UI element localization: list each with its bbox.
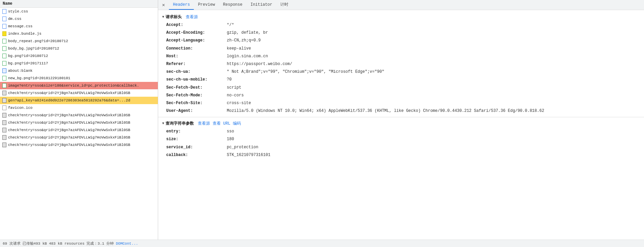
header-value: script (227, 85, 241, 91)
file-name: message.css (8, 24, 33, 28)
file-icon (2, 39, 7, 43)
header-key: sec-ch-ua-mobile: (166, 76, 227, 83)
param-key: callback: (166, 152, 227, 158)
param-value: 180 (227, 136, 234, 143)
list-item[interactable]: dm.css (0, 15, 158, 23)
list-item[interactable]: style.css (0, 8, 158, 15)
list-item[interactable]: check?entry=sso&qrid=2YjBgn7azAFDVLLWig7… (0, 134, 158, 141)
tab-close-button[interactable]: ✕ (159, 0, 168, 10)
tab-initiator[interactable]: Initiator (246, 0, 276, 10)
header-value: no-cors (227, 92, 244, 99)
request-headers-title[interactable]: ▼请求标头查看源 (158, 13, 644, 21)
view-url-link[interactable]: 查看 URL 编码 (213, 121, 241, 126)
header-value: https://passport.weibo.com/ (227, 61, 292, 67)
left-header: Name (0, 0, 158, 8)
file-icon (2, 83, 7, 88)
left-header-label: Name (3, 1, 12, 6)
header-key: User-Agent: (166, 108, 227, 114)
triangle-icon: ▼ (162, 15, 164, 19)
file-name: check?entry=sso&qrid=2YjBgn7azAFDVLLWig7… (8, 121, 130, 125)
transferred-label: 已传输493 kB (23, 241, 47, 246)
file-icon (2, 68, 7, 73)
view-source-link[interactable]: 查看源 (186, 14, 198, 20)
header-key: Sec-Fetch-Mode: (166, 92, 227, 99)
file-name: body_repeat.png?id=20180712 (8, 39, 68, 43)
header-value: ?0 (227, 76, 231, 83)
list-item[interactable]: check?entry=sso&qrid=2YjBgn7azAFDVLLWig7… (0, 119, 158, 126)
tab-response-label: Response (223, 2, 243, 7)
tab-headers[interactable]: Headers (169, 0, 194, 10)
file-name: about:blank (8, 69, 33, 73)
param-value: STK_16210797316101 (227, 152, 271, 158)
tab-timing[interactable]: 计时 (276, 0, 292, 10)
file-icon (2, 105, 7, 110)
left-panel: Name style.cssdm.cssmessage.cssindex.bun… (0, 0, 158, 240)
query-params-title[interactable]: ▼查询字符串参数查看源查看 URL 编码 (158, 119, 644, 128)
query-params-section: ▼查询字符串参数查看源查看 URL 编码entry: ssosize: 180s… (158, 119, 644, 159)
file-name: style.css (8, 9, 28, 13)
header-value: zh-CN,zh;q=0.9 (227, 37, 261, 44)
header-row: User-Agent: Mozilla/5.0 (Windows NT 10.0… (158, 107, 644, 115)
file-icon (2, 17, 7, 21)
domcont-link[interactable]: DOMCont... (116, 242, 138, 246)
list-item[interactable]: index.bundle.js (0, 30, 158, 37)
list-item[interactable]: body_repeat.png?id=20180712 (0, 37, 158, 45)
tab-initiator-label: Initiator (250, 2, 272, 7)
section-title-label: 查询字符串参数 (166, 121, 194, 126)
right-panel: ✕ Headers Preview Response Initiator 计时 … (158, 0, 644, 240)
file-name: gen?api_key=a0241ed0d922e7286303ea581829… (8, 98, 130, 102)
header-key: Referer: (166, 61, 227, 67)
header-value: cross-site (227, 100, 251, 106)
header-value: login.sina.com.cn (227, 53, 268, 60)
list-item[interactable]: about:blank (0, 67, 158, 74)
resources-label: 483 kB resources (49, 242, 84, 246)
tab-timing-label: 计时 (280, 2, 288, 7)
header-row: Sec-Fetch-Mode: no-cors (158, 92, 644, 99)
param-key: entry: (166, 128, 227, 135)
view-source-link[interactable]: 查看源 (198, 121, 210, 126)
list-item[interactable]: image?entry=sso&size=180&service_id=pc_p… (0, 82, 158, 89)
file-icon (2, 54, 7, 58)
file-name: bg.png?id=20180712 (8, 54, 48, 58)
file-icon (2, 135, 7, 140)
param-row: size: 180 (158, 135, 644, 143)
param-key: service_id: (166, 144, 227, 151)
header-key: Accept: (166, 22, 227, 28)
list-item[interactable]: favicon.ico (0, 104, 158, 112)
list-item[interactable]: message.css (0, 23, 158, 30)
file-list: style.cssdm.cssmessage.cssindex.bundle.j… (0, 8, 158, 240)
header-value: keep-alive (227, 45, 251, 52)
header-row: sec-ch-ua: " Not A;Brand";v="99", "Chrom… (158, 68, 644, 76)
tab-headers-label: Headers (173, 2, 190, 7)
list-item[interactable]: check?entry=sso&qrid=2YjBgn7azAFDVLLWig7… (0, 126, 158, 134)
header-row: Host: login.sina.com.cn (158, 53, 644, 60)
file-icon (2, 120, 7, 125)
header-row: Accept: */* (158, 21, 644, 29)
file-name: favicon.ico (8, 106, 33, 110)
file-icon (2, 113, 7, 118)
file-name: check?entry=sso&qrid=2YjBgn7azAFDVLLWig7… (8, 135, 130, 140)
file-name: image?entry=sso&size=180&service_id=pc_p… (8, 84, 139, 88)
header-row: Accept-Encoding: gzip, deflate, br (158, 29, 644, 37)
header-value: */* (227, 22, 234, 28)
tabs-bar: ✕ Headers Preview Response Initiator 计时 (158, 0, 644, 10)
header-key: Sec-Fetch-Site: (166, 100, 227, 106)
param-key: size: (166, 136, 227, 143)
file-icon (2, 76, 7, 81)
main-container: Name style.cssdm.cssmessage.cssindex.bun… (0, 0, 644, 240)
header-key: Host: (166, 53, 227, 60)
list-item[interactable]: gen?api_key=a0241ed0d922e7286303ea581829… (0, 97, 158, 104)
file-name: bg.png?id=20171117 (8, 61, 48, 65)
list-item[interactable]: bg.png?id=20180712 (0, 52, 158, 60)
tab-response[interactable]: Response (219, 0, 247, 10)
tab-preview[interactable]: Preview (194, 0, 219, 10)
header-key: Connection: (166, 45, 227, 52)
list-item[interactable]: body_bg.jpg?id=20180712 (0, 45, 158, 52)
list-item[interactable]: new_bg.png?id=20181229180101 (0, 74, 158, 82)
header-value: " Not A;Brand";v="99", "Chromium";v="90"… (227, 69, 384, 75)
header-key: Accept-Language: (166, 37, 227, 44)
list-item[interactable]: bg.png?id=20171117 (0, 60, 158, 67)
list-item[interactable]: check?entry=sso&qrid=2YjBgn7azAFDVLLWig7… (0, 89, 158, 97)
list-item[interactable]: check?entry=sso&qrid=2YjBgn7azAFDVLLWig7… (0, 141, 158, 149)
list-item[interactable]: check?entry=sso&qrid=2YjBgn7azAFDVLLWig7… (0, 112, 158, 119)
